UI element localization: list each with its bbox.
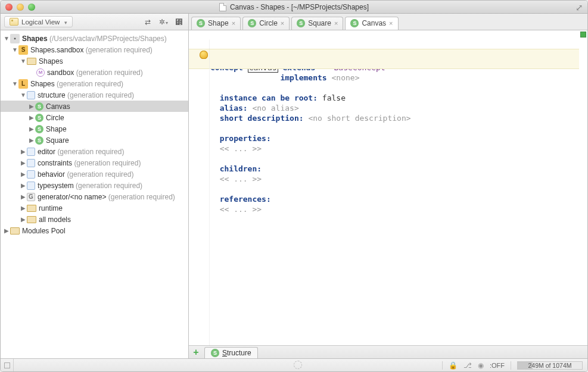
tab-canvas[interactable]: S Canvas × xyxy=(345,17,398,30)
expand-icon[interactable]: ▼ xyxy=(11,80,18,87)
expand-icon[interactable]: ▶ xyxy=(20,193,27,200)
square-icon xyxy=(4,362,10,368)
generation-required-label: (generation required) xyxy=(86,46,153,54)
expand-icon[interactable]: ▼ xyxy=(20,92,27,98)
line: << ... >> xyxy=(210,205,262,214)
tree-solution[interactable]: ▼ S Shapes.sandbox (generation required) xyxy=(1,44,188,55)
view-mode-dropdown[interactable]: Logical View xyxy=(4,16,73,27)
instance-root-label: instance can be root: xyxy=(220,93,318,102)
add-aspect-button[interactable]: + xyxy=(189,347,203,358)
tree-project[interactable]: ▼ ▪ Shapes (/Users/vaclav/MPSProjects/Sh… xyxy=(1,33,188,44)
inspection-status[interactable]: :OFF xyxy=(490,362,505,369)
shortdesc-value[interactable]: <no short description> xyxy=(308,114,410,123)
gutter-divider xyxy=(209,40,210,345)
tree-concept-canvas[interactable]: ▶ S Canvas xyxy=(1,101,188,112)
expand-icon[interactable]: ▼ xyxy=(3,35,10,42)
shortdesc-label: short description: xyxy=(220,114,304,123)
line xyxy=(210,83,215,92)
node-label: sandbox xyxy=(47,68,74,77)
project-path: (/Users/vaclav/MPSProjects/Shapes) xyxy=(49,35,167,43)
vcs-icon[interactable]: ⎇ xyxy=(463,361,472,370)
language-icon: L xyxy=(18,79,28,89)
tab-square[interactable]: S Square × xyxy=(291,17,343,30)
zoom-window-button[interactable] xyxy=(28,4,35,11)
bottom-tab-structure[interactable]: S Structure xyxy=(204,347,258,358)
progress-spinner-icon xyxy=(294,361,302,369)
collapse-all-button[interactable]: ⵼ xyxy=(172,16,186,28)
expand-icon[interactable]: ▶ xyxy=(28,103,35,110)
tree-concept-circle[interactable]: ▶ S Circle xyxy=(1,112,188,123)
tree-language[interactable]: ▼ L Shapes (generation required) xyxy=(1,78,188,89)
close-tab-icon[interactable]: × xyxy=(334,20,338,27)
node-label: runtime xyxy=(39,204,63,212)
expand-icon[interactable]: ▶ xyxy=(20,160,27,166)
tree-model-sandbox[interactable]: M sandbox (generation required) xyxy=(1,67,188,78)
concept-icon: S xyxy=(35,114,43,122)
node-label: Square xyxy=(46,136,69,145)
editor-body[interactable]: concept Canvas extends BaseConcept imple… xyxy=(189,30,587,345)
tree-structure-aspect[interactable]: ▼ structure (generation required) xyxy=(1,89,188,101)
project-view-icon xyxy=(10,18,18,26)
model-icon: M xyxy=(36,68,45,77)
fullscreen-icon[interactable]: ⤢ xyxy=(575,2,584,11)
expand-icon[interactable]: ▶ xyxy=(20,205,27,211)
scroll-from-source-button[interactable]: ⇄ xyxy=(141,16,155,28)
settings-button[interactable]: ✲ xyxy=(156,16,170,28)
tree-folder-shapes[interactable]: ▼ Shapes xyxy=(1,55,188,67)
titlebar: Canvas - Shapes - [~/MPSProjects/Shapes]… xyxy=(1,1,587,14)
editor-tabs: S Shape × S Circle × S Square × S Canvas… xyxy=(189,14,587,30)
instance-root-value[interactable]: false xyxy=(322,93,346,102)
project-icon: ▪ xyxy=(10,34,20,43)
implements-value[interactable]: <none> xyxy=(332,73,360,82)
references-placeholder[interactable]: << ... >> xyxy=(220,205,262,214)
expand-icon[interactable]: ▶ xyxy=(28,137,35,143)
expand-icon[interactable]: ▶ xyxy=(20,216,27,223)
line: references: xyxy=(210,195,271,204)
tree-runtime[interactable]: ▶ runtime xyxy=(1,202,188,214)
tree-modules-pool[interactable]: ▶ Modules Pool xyxy=(1,225,188,236)
concept-icon: S xyxy=(35,136,43,145)
expand-icon[interactable]: ▼ xyxy=(20,58,27,64)
close-tab-icon[interactable]: × xyxy=(232,20,235,27)
node-label: Shapes xyxy=(39,57,63,65)
expand-icon[interactable]: ▶ xyxy=(28,126,35,132)
tree-concept-shape[interactable]: ▶ S Shape xyxy=(1,123,188,135)
tree-all-models[interactable]: ▶ all models xyxy=(1,214,188,225)
expand-icon[interactable]: ▶ xyxy=(28,114,35,121)
bottom-tab-label: tructure xyxy=(227,349,251,357)
expand-icon[interactable]: ▶ xyxy=(20,182,27,189)
tree-constraints-aspect[interactable]: ▶ constraints (generation required) xyxy=(1,157,188,168)
tree-typesystem-aspect[interactable]: ▶ typesystem (generation required) xyxy=(1,180,188,191)
close-tab-icon[interactable]: × xyxy=(389,20,393,27)
children-placeholder[interactable]: << ... >> xyxy=(220,174,262,183)
close-tab-icon[interactable]: × xyxy=(281,20,284,27)
intention-bulb-icon[interactable] xyxy=(200,51,208,59)
tool-window-quick-access[interactable] xyxy=(1,359,14,371)
window: Canvas - Shapes - [~/MPSProjects/Shapes]… xyxy=(0,0,588,372)
aspect-icon xyxy=(27,148,35,156)
expand-icon[interactable]: ▼ xyxy=(11,46,18,53)
generation-required-label: (generation required) xyxy=(67,170,133,179)
tree-editor-aspect[interactable]: ▶ editor (generation required) xyxy=(1,146,188,157)
project-tree[interactable]: ▼ ▪ Shapes (/Users/vaclav/MPSProjects/Sh… xyxy=(1,30,189,358)
tree-behavior-aspect[interactable]: ▶ behavior (generation required) xyxy=(1,168,188,180)
line: << ... >> xyxy=(210,144,262,153)
alias-value[interactable]: <no alias> xyxy=(252,104,298,112)
references-label: references: xyxy=(220,195,271,204)
inspection-status-icon[interactable] xyxy=(580,32,586,37)
toolbar: Logical View ⇄ ✲ ⵼ S Shape × S Circle × … xyxy=(1,14,587,30)
memory-indicator[interactable]: 249M of 1074M xyxy=(517,361,583,370)
expand-icon[interactable]: ▶ xyxy=(20,148,27,155)
properties-placeholder[interactable]: << ... >> xyxy=(220,144,262,153)
tree-generator-aspect[interactable]: ▶ G generator/<no name> (generation requ… xyxy=(1,191,188,202)
tree-concept-square[interactable]: ▶ S Square xyxy=(1,135,188,146)
lock-icon[interactable]: 🔒 xyxy=(449,361,458,370)
generation-required-label: (generation required) xyxy=(57,148,124,156)
inspection-icon[interactable]: ◉ xyxy=(478,361,484,370)
expand-icon[interactable]: ▶ xyxy=(3,227,10,234)
tab-circle[interactable]: S Circle × xyxy=(242,17,290,30)
close-window-button[interactable] xyxy=(5,4,13,11)
expand-icon[interactable]: ▶ xyxy=(20,171,27,177)
minimize-window-button[interactable] xyxy=(17,4,24,11)
tab-shape[interactable]: S Shape × xyxy=(191,17,241,30)
